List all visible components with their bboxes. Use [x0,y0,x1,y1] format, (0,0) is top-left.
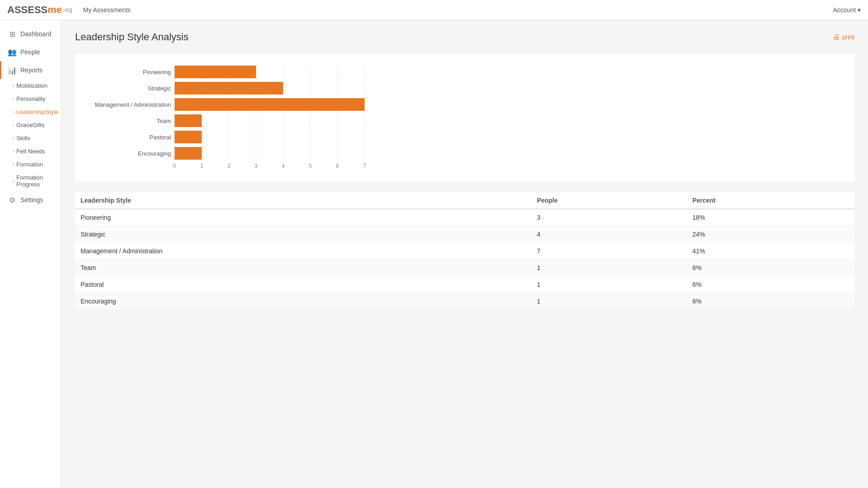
table-row: Pastoral16% [75,276,854,293]
sidebar-sub-formation-progress[interactable]: › Formation Progress [0,171,61,191]
chevron-icon: › [13,149,14,154]
table-row: Team16% [75,260,854,276]
chevron-icon: › [13,123,14,128]
cell-people[interactable]: 1 [531,276,687,293]
my-assessments-link[interactable]: My Assessments [83,6,131,14]
col-header-percent: Percent [687,192,854,209]
cell-people: 1 [531,260,687,276]
sidebar-sub-personality-label: Personality [16,95,45,102]
sidebar-sub-formation-label: Formation [16,161,43,168]
cell-percent: 24% [687,226,854,243]
sidebar-sub-personality[interactable]: › Personality [0,92,61,105]
cell-percent: 41% [687,243,854,260]
svg-rect-17 [175,66,256,78]
bar-chart: 01234567PioneeringStrategicManagement / … [84,61,369,177]
svg-text:4: 4 [282,163,285,169]
sidebar-sub-leadershipstyle-label: LeadershipStyle [16,109,58,115]
svg-text:2: 2 [228,163,231,169]
col-header-people: People [531,192,687,209]
logo: ASSESSme.org [7,4,72,16]
svg-text:Pioneering: Pioneering [143,69,171,76]
svg-text:0: 0 [173,163,176,169]
cell-people[interactable]: 3 [531,209,687,226]
chevron-icon: › [13,179,14,184]
svg-rect-21 [175,98,365,111]
cell-style[interactable]: Team [75,260,531,276]
svg-text:Team: Team [157,118,171,124]
cell-style[interactable]: Pioneering [75,209,531,226]
leadership-style-table: Leadership Style People Percent Pioneeri… [75,192,854,310]
table-body: Pioneering318%Strategic424%Management / … [75,209,854,310]
logo-org-text: .org [63,7,72,13]
svg-text:1: 1 [200,163,204,169]
svg-text:3: 3 [255,163,258,169]
sidebar-sub-felt-needs-label: Felt Needs [16,148,45,155]
sidebar-reports-label: Reports [20,66,43,74]
logo-assess-text: ASSESS [7,4,47,16]
print-label: print [842,33,854,41]
sidebar-item-people[interactable]: 👥 People [0,43,61,61]
chevron-icon: › [13,109,14,114]
people-icon: 👥 [8,47,17,57]
table-row: Pioneering318% [75,209,854,226]
svg-rect-19 [175,82,283,95]
page-title: Leadership Style Analysis [75,31,189,43]
dashboard-icon: ⊞ [8,29,17,38]
sidebar-item-dashboard[interactable]: ⊞ Dashboard [0,25,61,43]
print-button[interactable]: 🖨 print [833,33,854,41]
sidebar-item-settings[interactable]: ⚙ Settings [0,191,61,209]
main-content: Leadership Style Analysis 🖨 print 012345… [62,20,868,488]
page-header: Leadership Style Analysis 🖨 print [75,31,854,43]
chevron-icon: › [13,83,14,88]
sidebar-sub-mobilization[interactable]: › Mobilization [0,79,61,92]
cell-percent: 6% [687,260,854,276]
cell-people[interactable]: 7 [531,243,687,260]
table-row: Management / Administration741% [75,243,854,260]
sidebar-item-reports[interactable]: 📊 Reports [0,61,61,79]
sidebar-sub-leadershipstyle[interactable]: › LeadershipStyle [0,105,61,118]
cell-percent: 6% [687,276,854,293]
sidebar-people-label: People [20,48,40,56]
svg-text:7: 7 [363,163,366,169]
top-navigation: ASSESSme.org My Assessments Account ▾ [0,0,868,20]
sidebar-dashboard-label: Dashboard [20,30,52,38]
chart-container: 01234567PioneeringStrategicManagement / … [75,54,854,181]
settings-icon: ⚙ [8,195,17,204]
cell-style[interactable]: Encouraging [75,293,531,310]
cell-people: 1 [531,293,687,310]
print-icon: 🖨 [833,33,840,41]
sidebar-sub-skills-label: Skills [16,135,30,142]
svg-text:Pastoral: Pastoral [149,134,171,141]
chevron-icon: › [13,136,14,141]
reports-icon: 📊 [8,66,17,75]
sidebar: ⊞ Dashboard 👥 People 📊 Reports › Mobiliz… [0,20,62,488]
svg-text:Management / Administration: Management / Administration [95,101,171,108]
svg-rect-27 [175,147,202,160]
sidebar-sub-felt-needs[interactable]: › Felt Needs [0,145,61,158]
logo-me-text: me [47,4,62,16]
col-header-style: Leadership Style [75,192,531,209]
chevron-icon: › [13,96,14,101]
sidebar-sub-gracegifts-label: GraceGifts [16,122,44,128]
table-row: Strategic424% [75,226,854,243]
svg-rect-23 [175,114,202,127]
sidebar-sub-mobilization-label: Mobilization [16,82,47,89]
cell-percent: 6% [687,293,854,310]
svg-text:6: 6 [336,163,339,169]
cell-style[interactable]: Management / Administration [75,243,531,260]
table-header-row: Leadership Style People Percent [75,192,854,209]
sidebar-sub-gracegifts[interactable]: › GraceGifts [0,118,61,132]
sidebar-sub-formation-progress-label: Formation Progress [16,174,55,188]
sidebar-sub-formation[interactable]: › Formation [0,158,61,171]
sidebar-sub-skills[interactable]: › Skills [0,132,61,145]
svg-text:5: 5 [309,163,312,169]
cell-style[interactable]: Pastoral [75,276,531,293]
cell-percent: 18% [687,209,854,226]
svg-text:Strategic: Strategic [148,85,171,92]
cell-people[interactable]: 4 [531,226,687,243]
svg-rect-25 [175,131,202,143]
chevron-icon: › [13,162,14,167]
account-menu[interactable]: Account ▾ [833,6,861,14]
cell-style[interactable]: Strategic [75,226,531,243]
svg-text:Encouraging: Encouraging [138,150,171,157]
